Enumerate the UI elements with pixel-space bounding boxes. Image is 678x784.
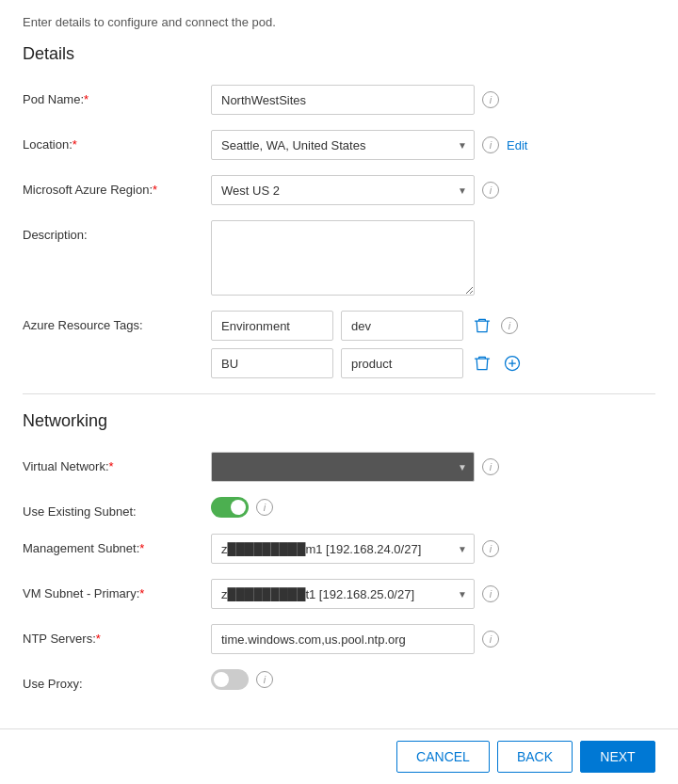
azure-tags-row: Azure Resource Tags: i bbox=[23, 311, 655, 378]
virtual-network-label: Virtual Network:* bbox=[23, 452, 211, 473]
pod-name-required: * bbox=[84, 92, 89, 106]
use-existing-subnet-row: Use Existing Subnet: i bbox=[23, 497, 655, 519]
azure-region-required: * bbox=[153, 183, 157, 197]
management-subnet-label: Management Subnet:* bbox=[23, 534, 211, 555]
ntp-servers-label: NTP Servers:* bbox=[23, 624, 211, 646]
azure-region-control: West US 2 ▼ i bbox=[211, 175, 655, 205]
use-proxy-slider bbox=[211, 669, 249, 690]
location-select[interactable]: Seattle, WA, United States bbox=[211, 130, 475, 160]
use-proxy-control: i bbox=[211, 669, 655, 690]
section-divider bbox=[23, 393, 655, 394]
use-existing-subnet-slider bbox=[211, 497, 249, 518]
cancel-button[interactable]: CANCEL bbox=[396, 741, 490, 773]
description-textarea[interactable] bbox=[211, 220, 475, 296]
ntp-servers-row: NTP Servers:* i bbox=[23, 624, 655, 654]
azure-tags-label: Azure Resource Tags: bbox=[23, 311, 211, 332]
ntp-servers-info-icon: i bbox=[482, 631, 499, 648]
tag-row-1: i bbox=[211, 311, 524, 341]
virtual-network-select-wrap: ▼ bbox=[211, 452, 475, 482]
azure-tags-control: i bbox=[211, 311, 655, 378]
virtual-network-select[interactable] bbox=[211, 452, 475, 482]
management-subnet-required: * bbox=[139, 541, 144, 555]
virtual-network-info-icon: i bbox=[482, 458, 499, 475]
use-existing-subnet-info-icon: i bbox=[256, 499, 273, 516]
main-content: Enter details to configure and connect t… bbox=[0, 0, 678, 728]
networking-section-title: Networking bbox=[23, 411, 655, 435]
use-proxy-label: Use Proxy: bbox=[23, 669, 211, 691]
vm-subnet-row: VM Subnet - Primary:* z█████████t1 [192.… bbox=[23, 579, 655, 609]
virtual-network-control: ▼ i bbox=[211, 452, 655, 482]
management-subnet-select-wrap: z█████████m1 [192.168.24.0/27] ▼ bbox=[211, 534, 475, 564]
virtual-network-required: * bbox=[109, 459, 114, 473]
azure-region-select-wrap: West US 2 ▼ bbox=[211, 175, 475, 205]
location-label: Location:* bbox=[23, 130, 211, 152]
tag-row-2 bbox=[211, 348, 524, 378]
tag-row-1-info-icon: i bbox=[501, 317, 518, 334]
pod-name-info-icon: i bbox=[482, 91, 499, 108]
location-row: Location:* Seattle, WA, United States ▼ … bbox=[23, 130, 655, 160]
back-button[interactable]: BACK bbox=[497, 741, 573, 773]
management-subnet-info-icon: i bbox=[482, 540, 499, 557]
pod-name-control: i bbox=[211, 85, 655, 115]
management-subnet-row: Management Subnet:* z█████████m1 [192.16… bbox=[23, 534, 655, 564]
azure-region-info-icon: i bbox=[482, 182, 499, 199]
management-subnet-control: z█████████m1 [192.168.24.0/27] ▼ i bbox=[211, 534, 655, 564]
footer: CANCEL BACK NEXT bbox=[0, 728, 678, 784]
use-existing-subnet-label: Use Existing Subnet: bbox=[23, 497, 211, 519]
location-edit-link[interactable]: Edit bbox=[507, 138, 527, 152]
tag-add-button[interactable] bbox=[501, 352, 524, 375]
use-proxy-toggle[interactable] bbox=[211, 669, 249, 690]
location-select-wrap: Seattle, WA, United States ▼ bbox=[211, 130, 475, 160]
pod-name-input[interactable] bbox=[211, 85, 475, 115]
tags-section: i bbox=[211, 311, 524, 378]
trash-icon-1 bbox=[473, 316, 492, 335]
location-control: Seattle, WA, United States ▼ i Edit bbox=[211, 130, 655, 160]
vm-subnet-select[interactable]: z█████████t1 [192.168.25.0/27] bbox=[211, 579, 475, 609]
tag-key-2[interactable] bbox=[211, 348, 333, 378]
ntp-servers-input[interactable] bbox=[211, 624, 475, 654]
use-proxy-row: Use Proxy: i bbox=[23, 669, 655, 691]
ntp-servers-required: * bbox=[96, 632, 101, 646]
use-proxy-info-icon: i bbox=[256, 671, 273, 688]
use-existing-subnet-toggle-wrap: i bbox=[211, 497, 273, 518]
vm-subnet-label: VM Subnet - Primary:* bbox=[23, 579, 211, 600]
details-section-title: Details bbox=[23, 44, 655, 68]
tag-key-1[interactable] bbox=[211, 311, 333, 341]
pod-name-label: Pod Name:* bbox=[23, 85, 211, 106]
location-info-icon: i bbox=[482, 136, 499, 153]
ntp-servers-control: i bbox=[211, 624, 655, 654]
tag-value-2[interactable] bbox=[341, 348, 463, 378]
vm-subnet-control: z█████████t1 [192.168.25.0/27] ▼ i bbox=[211, 579, 655, 609]
vm-subnet-select-wrap: z█████████t1 [192.168.25.0/27] ▼ bbox=[211, 579, 475, 609]
virtual-network-row: Virtual Network:* ▼ i bbox=[23, 452, 655, 482]
management-subnet-select[interactable]: z█████████m1 [192.168.24.0/27] bbox=[211, 534, 475, 564]
description-label: Description: bbox=[23, 220, 211, 242]
tag-value-1[interactable] bbox=[341, 311, 463, 341]
location-required: * bbox=[73, 137, 77, 152]
pod-name-row: Pod Name:* i bbox=[23, 85, 655, 115]
description-row: Description: bbox=[23, 220, 655, 296]
description-control bbox=[211, 220, 655, 296]
azure-region-select[interactable]: West US 2 bbox=[211, 175, 475, 205]
trash-icon-2 bbox=[473, 354, 492, 373]
use-proxy-toggle-wrap: i bbox=[211, 669, 273, 690]
add-icon bbox=[503, 354, 522, 373]
vm-subnet-info-icon: i bbox=[482, 585, 499, 602]
tag-delete-2-button[interactable] bbox=[471, 352, 493, 375]
next-button[interactable]: NEXT bbox=[580, 741, 655, 773]
use-existing-subnet-control: i bbox=[211, 497, 655, 518]
azure-region-label: Microsoft Azure Region:* bbox=[23, 175, 211, 197]
tag-delete-1-button[interactable] bbox=[471, 314, 493, 337]
azure-region-row: Microsoft Azure Region:* West US 2 ▼ i bbox=[23, 175, 655, 205]
use-existing-subnet-toggle[interactable] bbox=[211, 497, 249, 518]
vm-subnet-required: * bbox=[139, 586, 144, 600]
intro-text: Enter details to configure and connect t… bbox=[23, 15, 655, 29]
